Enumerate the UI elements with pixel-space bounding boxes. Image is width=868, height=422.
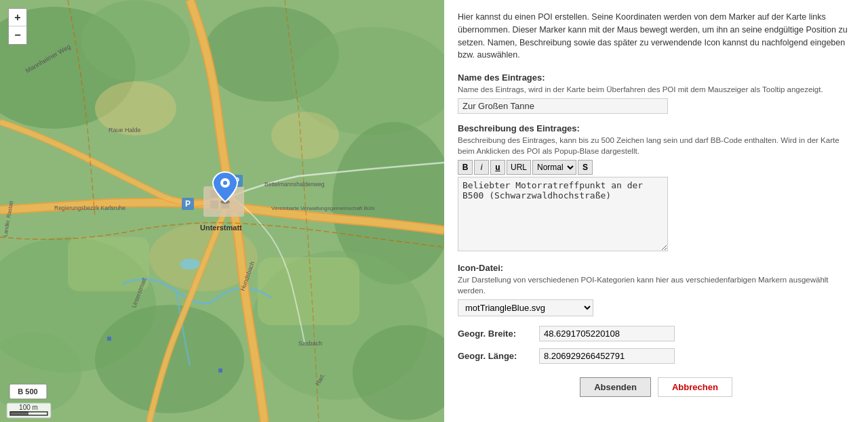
- zoom-controls: + −: [8, 8, 27, 45]
- svg-text:B 500: B 500: [18, 387, 37, 396]
- lat-input[interactable]: [539, 326, 675, 341]
- description-label: Beschreibung des Eintrages:: [458, 123, 854, 133]
- italic-button[interactable]: i: [474, 160, 489, 175]
- description-section: Beschreibung des Eintrages: Beschreibung…: [458, 123, 854, 253]
- zoom-out-button[interactable]: −: [9, 26, 26, 44]
- icon-section: Icon-Datei: Zur Darstellung von verschie…: [458, 263, 854, 316]
- icon-select[interactable]: motTriangleBlue.svg motTriangleRed.svg m…: [458, 299, 593, 316]
- description-textarea-wrapper: Beliebter Motorratreffpunkt an der B500 …: [458, 177, 854, 253]
- svg-point-43: [223, 181, 227, 185]
- svg-text:100 m: 100 m: [19, 404, 38, 411]
- svg-text:P: P: [185, 199, 191, 209]
- svg-text:Sasbach: Sasbach: [298, 340, 322, 347]
- bold-button[interactable]: B: [458, 160, 473, 175]
- svg-text:Regierungsbezirk Karlsruhe: Regierungsbezirk Karlsruhe: [54, 205, 125, 211]
- description-textarea[interactable]: Beliebter Motorratreffpunkt an der B500 …: [458, 177, 668, 251]
- name-description: Name des Eintrags, wird in der Karte bei…: [458, 84, 854, 95]
- description-description: Beschreibung des Eintrages, kann bis zu …: [458, 135, 854, 156]
- lng-input[interactable]: [539, 348, 675, 364]
- underline-button[interactable]: u: [490, 160, 505, 175]
- icon-description: Zur Darstellung von verschiedenen POI-Ka…: [458, 274, 854, 296]
- name-input[interactable]: [458, 98, 668, 114]
- svg-rect-40: [218, 368, 222, 373]
- smilie-button[interactable]: S: [578, 160, 593, 175]
- svg-text:Unterstmatt: Unterstmatt: [200, 224, 242, 232]
- svg-text:Raue Halde: Raue Halde: [108, 127, 141, 133]
- svg-rect-14: [258, 257, 359, 325]
- submit-button[interactable]: Absenden: [580, 377, 651, 397]
- zoom-in-button[interactable]: +: [9, 9, 26, 26]
- url-button[interactable]: URL: [507, 160, 531, 175]
- lat-row: Geogr. Breite:: [458, 326, 854, 341]
- size-select[interactable]: Normal Klein Groß: [532, 160, 576, 175]
- svg-point-12: [271, 112, 339, 159]
- text-toolbar: B i u URL Normal Klein Groß S: [458, 160, 668, 175]
- icon-label: Icon-Datei:: [458, 263, 854, 273]
- lng-row: Geogr. Länge:: [458, 348, 854, 364]
- name-label: Name des Eintrages:: [458, 72, 854, 83]
- intro-text: Hier kannst du einen POI erstellen. Sein…: [458, 11, 854, 62]
- svg-point-2: [81, 0, 190, 81]
- form-panel: Hier kannst du einen POI erstellen. Sein…: [444, 0, 868, 422]
- svg-text:Bettelmannshaldenweg: Bettelmannshaldenweg: [264, 181, 325, 188]
- svg-point-16: [180, 259, 200, 270]
- lat-label: Geogr. Breite:: [458, 329, 539, 339]
- svg-rect-22: [210, 201, 218, 209]
- svg-rect-48: [10, 412, 28, 415]
- svg-text:Vereinbarte Verwaltungsgemeins: Vereinbarte Verwaltungsgemeinschaft Bühl: [271, 205, 375, 211]
- svg-rect-15: [68, 237, 149, 291]
- map-panel[interactable]: B 500 Unterstmatt P P Mannheimer Weg Rau…: [0, 0, 444, 422]
- cancel-button[interactable]: Abbrechen: [658, 377, 732, 397]
- lng-label: Geogr. Länge:: [458, 351, 539, 361]
- button-row: Absenden Abbrechen: [458, 377, 854, 397]
- svg-rect-39: [107, 337, 111, 341]
- name-section: Name des Eintrages: Name des Eintrags, w…: [458, 72, 854, 114]
